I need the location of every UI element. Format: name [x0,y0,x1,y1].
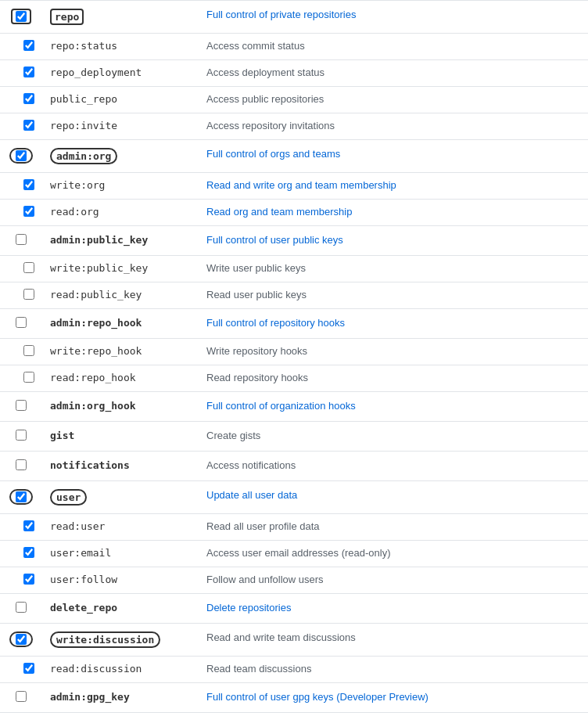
checkbox-public_repo[interactable] [23,93,34,104]
scope-row-read:public_key: read:public_keyRead user public keys [0,282,588,309]
scope-label-repo: repo [50,9,84,25]
scope-desc-read:user: Read all user profile data [199,514,588,541]
checkbox-admin:org_hook[interactable] [16,400,27,411]
scope-desc-write:org: Read and write org and team membership [199,173,588,200]
scope-desc-public_repo: Access public repositories [199,87,588,113]
scope-label-user: user [50,489,87,506]
scope-desc-repo:invite: Access repository invitations [199,113,588,140]
checkbox-admin:org[interactable] [16,150,27,161]
checkbox-read:org[interactable] [23,206,34,217]
checkbox-notifications[interactable] [16,459,27,470]
scope-label-admin:org_hook: admin:org_hook [50,400,136,412]
checkbox-admin:public_key[interactable] [16,234,27,245]
scope-desc-notifications: Access notifications [199,452,588,481]
scope-label-notifications: notifications [50,459,130,471]
scope-row-write:public_key: write:public_keyWrite user public keys [0,256,588,282]
checkbox-repo_deployment[interactable] [23,67,34,77]
scope-row-read:discussion: read:discussionRead team discussions [0,657,588,683]
circled-oval-checkbox-admin:org [9,148,33,164]
scope-row-read:repo_hook: read:repo_hookRead repository hooks [0,365,588,392]
scope-desc-admin:org_hook: Full control of organization hooks [199,392,588,422]
scope-label-write:org: write:org [50,179,105,191]
scope-row-write:repo_hook: write:repo_hookWrite repository hooks [0,339,588,365]
checkbox-gist[interactable] [16,430,27,441]
scope-row-admin:public_key: admin:public_keyFull control of user pub… [0,226,588,256]
checkbox-write:discussion[interactable] [16,634,27,645]
scope-label-write:repo_hook: write:repo_hook [50,345,142,357]
scope-row-write:gpg_key: write:gpg_keyWrite user gpg keys [0,713,588,717]
checkbox-delete_repo[interactable] [16,602,27,613]
scope-row-delete_repo: delete_repoDelete repositories [0,594,588,624]
scope-row-write:discussion: write:discussionRead and write team disc… [0,624,588,657]
scope-desc-repo: Full control of private repositories [199,1,588,34]
checkbox-write:repo_hook[interactable] [23,345,34,356]
scope-desc-user:follow: Follow and unfollow users [199,567,588,594]
scope-row-user:follow: user:followFollow and unfollow users [0,567,588,594]
scope-label-user:follow: user:follow [50,574,117,585]
scope-label-admin:org: admin:org [50,148,117,164]
scope-desc-read:discussion: Read team discussions [199,657,588,683]
scope-label-write:public_key: write:public_key [50,262,148,274]
circled-oval-checkbox-user [9,489,33,505]
checkbox-read:repo_hook[interactable] [23,372,34,383]
scope-desc-gist: Create gists [199,422,588,452]
checkbox-admin:repo_hook[interactable] [16,317,27,328]
checkbox-repo[interactable] [16,11,27,22]
circled-oval-checkbox-write:discussion [9,631,33,647]
scope-row-admin:org_hook: admin:org_hookFull control of organizati… [0,392,588,422]
scope-row-notifications: notificationsAccess notifications [0,452,588,481]
scope-desc-write:public_key: Write user public keys [199,256,588,282]
scope-desc-write:gpg_key: Write user gpg keys [199,713,588,717]
scope-label-delete_repo: delete_repo [50,602,117,613]
scope-label-user:email: user:email [50,547,111,559]
scope-row-gist: gistCreate gists [0,422,588,452]
scope-label-public_repo: public_repo [50,93,117,105]
scope-row-read:org: read:orgRead org and team membership [0,200,588,226]
scope-desc-read:repo_hook: Read repository hooks [199,365,588,392]
scope-row-admin:repo_hook: admin:repo_hookFull control of repositor… [0,309,588,339]
scope-desc-extra-admin:gpg_key: (Developer Preview) [334,691,428,703]
scope-label-repo:invite: repo:invite [50,120,117,131]
scope-label-read:repo_hook: read:repo_hook [50,372,136,383]
checkbox-write:org[interactable] [23,179,34,190]
checkbox-admin:gpg_key[interactable] [16,691,27,702]
scope-desc-read:org: Read org and team membership [199,200,588,226]
scope-desc-repo:status: Access commit status [199,34,588,60]
scope-desc-write:repo_hook: Write repository hooks [199,339,588,365]
scope-label-gist: gist [50,430,74,441]
scope-row-user: userUpdate all user data [0,481,588,514]
scope-label-admin:gpg_key: admin:gpg_key [50,691,130,703]
scope-desc-delete_repo: Delete repositories [199,594,588,624]
checkbox-read:user[interactable] [23,520,34,531]
scope-desc-repo_deployment: Access deployment status [199,60,588,87]
scope-label-write:discussion: write:discussion [50,631,160,648]
checkbox-repo:status[interactable] [23,40,34,51]
scope-row-repo: repoFull control of private repositories [0,1,588,34]
scope-row-user:email: user:emailAccess user email addresses (r… [0,541,588,567]
scope-desc-admin:org: Full control of orgs and teams [199,140,588,173]
circled-checkbox-repo [11,9,31,24]
checkbox-read:discussion[interactable] [23,663,34,674]
checkbox-user:email[interactable] [23,547,34,558]
scope-label-admin:public_key: admin:public_key [50,234,148,246]
scope-label-read:public_key: read:public_key [50,289,142,300]
scope-desc-admin:repo_hook: Full control of repository hooks [199,309,588,339]
scope-desc-admin:gpg_key: Full control of user gpg keys (Developer… [199,683,588,713]
scope-row-public_repo: public_repoAccess public repositories [0,87,588,113]
scope-desc-admin:public_key: Full control of user public keys [199,226,588,256]
scope-label-read:discussion: read:discussion [50,663,142,675]
checkbox-write:public_key[interactable] [23,262,34,273]
scope-row-admin:org: admin:orgFull control of orgs and teams [0,140,588,173]
checkbox-read:public_key[interactable] [23,289,34,300]
scope-label-repo_deployment: repo_deployment [50,67,142,78]
scope-row-write:org: write:orgRead and write org and team mem… [0,173,588,200]
scope-desc-user: Update all user data [199,481,588,514]
scope-label-read:org: read:org [50,206,99,218]
checkbox-user[interactable] [16,491,27,502]
scope-row-repo_deployment: repo_deploymentAccess deployment status [0,60,588,87]
scope-label-admin:repo_hook: admin:repo_hook [50,317,142,329]
checkbox-user:follow[interactable] [23,574,34,585]
scope-row-admin:gpg_key: admin:gpg_keyFull control of user gpg ke… [0,683,588,713]
checkbox-repo:invite[interactable] [23,120,34,131]
scope-row-read:user: read:userRead all user profile data [0,514,588,541]
